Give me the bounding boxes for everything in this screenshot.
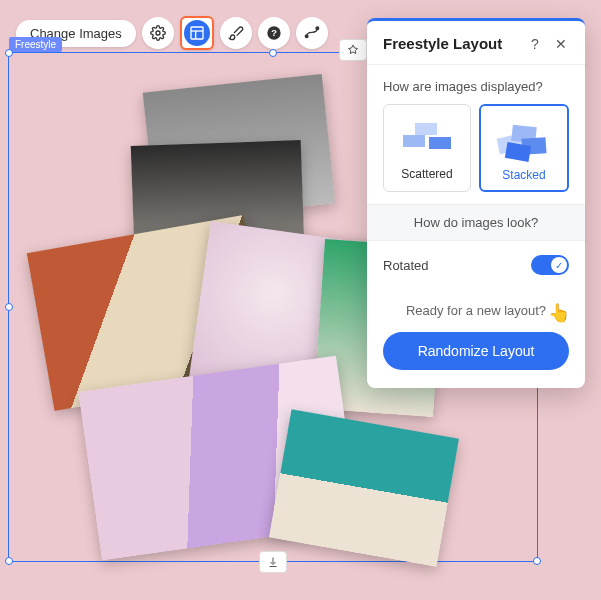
floating-toolbar: Change Images ? (16, 16, 328, 50)
display-section-label: How are images displayed? (367, 65, 585, 104)
toggle-knob: ✓ (551, 257, 567, 273)
animation-button[interactable] (296, 17, 328, 49)
design-button[interactable] (220, 17, 252, 49)
option-label: Scattered (401, 167, 452, 181)
layout-panel: Freestyle Layout ? ✕ How are images disp… (367, 18, 585, 388)
rotated-label: Rotated (383, 258, 531, 273)
svg-point-7 (316, 27, 319, 30)
display-options: Scattered Stacked (367, 104, 585, 204)
download-icon (267, 556, 279, 568)
help-icon: ? (266, 25, 282, 41)
option-label: Stacked (502, 168, 545, 182)
option-stacked[interactable]: Stacked (479, 104, 569, 192)
panel-title: Freestyle Layout (383, 35, 517, 52)
layout-button[interactable] (180, 16, 214, 50)
download-button[interactable] (259, 551, 287, 573)
look-section-label: How do images look? (367, 204, 585, 241)
curve-icon (304, 25, 320, 41)
scattered-icon (395, 115, 459, 159)
collage-photo[interactable] (269, 409, 459, 567)
svg-point-0 (156, 31, 160, 35)
element-tag: Freestyle (9, 37, 62, 52)
brush-icon (228, 25, 244, 41)
svg-rect-1 (191, 27, 203, 39)
stacked-icon (492, 116, 556, 160)
option-scattered[interactable]: Scattered (383, 104, 471, 192)
rotated-row: Rotated ✓ (367, 241, 585, 289)
svg-point-6 (305, 35, 308, 38)
randomize-layout-button[interactable]: Randomize Layout (383, 332, 569, 370)
help-button[interactable]: ? (258, 17, 290, 49)
gear-icon (150, 25, 166, 41)
panel-help-button[interactable]: ? (527, 36, 543, 52)
panel-close-button[interactable]: ✕ (553, 36, 569, 52)
panel-header: Freestyle Layout ? ✕ (367, 21, 585, 65)
layout-icon (189, 25, 205, 41)
ready-label: Ready for a new layout? (367, 289, 585, 324)
settings-button[interactable] (142, 17, 174, 49)
svg-text:?: ? (271, 28, 277, 38)
rotated-toggle[interactable]: ✓ (531, 255, 569, 275)
